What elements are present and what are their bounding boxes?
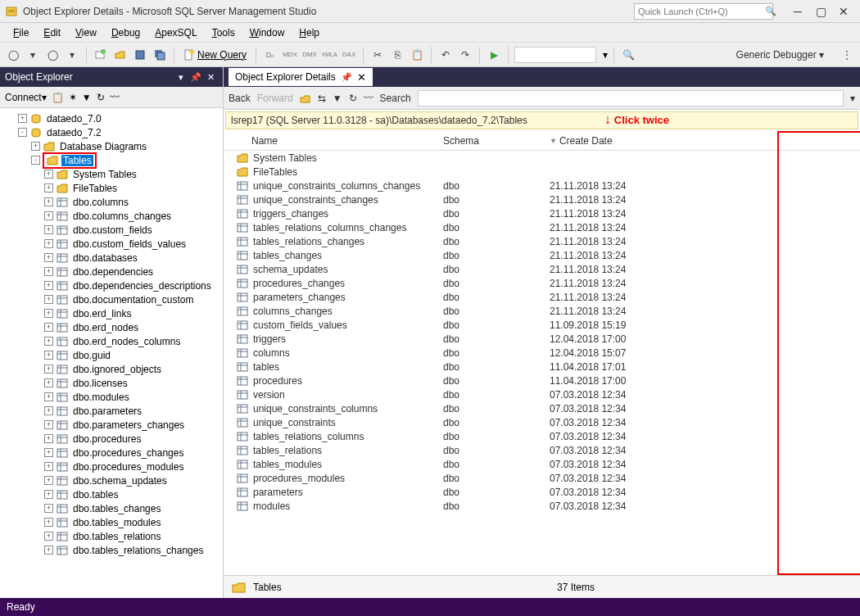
expand-icon[interactable]: + [44, 448, 53, 457]
menu-tools[interactable]: Tools [206, 25, 242, 40]
oe-activity-icon[interactable]: 〰 [110, 92, 120, 103]
maximize-button[interactable]: ▢ [809, 3, 832, 20]
new-project-icon[interactable] [93, 47, 109, 63]
save-icon[interactable] [132, 47, 148, 63]
search-dropdown-icon[interactable]: ▾ [850, 93, 855, 104]
find-icon[interactable]: 🔍 [620, 47, 636, 63]
menu-apexsql[interactable]: ApexSQL [148, 25, 203, 40]
tree-node[interactable]: +dbo.custom_fields [0, 223, 223, 237]
tree-node[interactable]: -dataedo_7.2 [0, 125, 223, 139]
menu-edit[interactable]: Edit [37, 25, 67, 40]
expand-icon[interactable]: + [44, 323, 53, 332]
col-create-date[interactable]: ▼Create Date [543, 131, 650, 150]
tab-close-icon[interactable]: ✕ [357, 71, 366, 84]
oe-btn-2[interactable]: ✶ [69, 92, 77, 103]
tree-node[interactable]: +dbo.parameters [0, 404, 223, 418]
tree-node[interactable]: +dbo.ignored_objects [0, 362, 223, 376]
tree-node[interactable]: +dbo.dependencies [0, 265, 223, 279]
tree-node[interactable]: +dbo.guid [0, 348, 223, 362]
tree-node[interactable]: +dbo.procedures [0, 432, 223, 446]
expand-icon[interactable]: + [44, 183, 53, 192]
generic-debugger-dropdown[interactable]: Generic Debugger ▾ [733, 49, 835, 61]
tab-pin-icon[interactable]: 📌 [341, 72, 352, 83]
tree-node[interactable]: +dbo.columns_changes [0, 209, 223, 223]
tree-node[interactable]: +FileTables [0, 181, 223, 195]
expand-icon[interactable]: + [44, 351, 53, 360]
col-name[interactable]: Name [224, 131, 437, 150]
expand-icon[interactable]: + [44, 406, 53, 415]
expand-icon[interactable]: + [44, 392, 53, 401]
expand-icon[interactable]: + [44, 197, 53, 206]
expand-icon[interactable]: + [44, 295, 53, 304]
mdx-icon[interactable]: MDX [282, 47, 298, 63]
forward-button[interactable]: Forward [257, 93, 293, 104]
expand-icon[interactable]: + [44, 462, 53, 471]
tree-node[interactable]: +System Tables [0, 167, 223, 181]
oe-btn-1[interactable]: 📋 [52, 92, 64, 103]
activity-icon[interactable]: 〰 [364, 93, 373, 104]
nav-fwd-button[interactable]: ◯ [44, 47, 61, 63]
tree-node[interactable]: +dataedo_7.0 [0, 111, 223, 125]
search-icon[interactable]: 🔍 [765, 6, 776, 16]
expand-icon[interactable]: + [44, 211, 53, 220]
tree-node[interactable]: +dbo.documentation_custom [0, 292, 223, 306]
open-icon[interactable] [112, 47, 129, 63]
tree-node[interactable]: +dbo.columns [0, 195, 223, 209]
menu-file[interactable]: File [7, 25, 35, 40]
tree-node[interactable]: +dbo.erd_links [0, 306, 223, 320]
tree-node[interactable]: +dbo.procedures_changes [0, 446, 223, 460]
expand-icon[interactable]: + [44, 309, 53, 318]
object-explorer-tree[interactable]: +dataedo_7.0-dataedo_7.2+Database Diagra… [0, 108, 223, 598]
tree-node[interactable]: +dbo.erd_nodes_columns [0, 334, 223, 348]
toolbar-options-icon[interactable]: ⋮ [839, 47, 855, 63]
solution-dropdown[interactable] [514, 47, 596, 63]
expand-icon[interactable]: - [18, 128, 27, 137]
tree-node[interactable]: +dbo.tables_relations_changes [0, 543, 223, 557]
tree-node[interactable]: +dbo.licenses [0, 376, 223, 390]
search-input[interactable] [418, 90, 844, 106]
tree-node[interactable]: +dbo.tables_modules [0, 515, 223, 529]
oe-refresh-icon[interactable]: ↻ [97, 92, 105, 103]
expand-icon[interactable]: + [44, 434, 53, 443]
cut-icon[interactable]: ✂ [369, 47, 386, 63]
expand-icon[interactable]: + [44, 337, 53, 346]
nav-fwd-dd[interactable]: ▾ [64, 47, 80, 63]
expand-icon[interactable]: + [44, 239, 53, 248]
menu-window[interactable]: Window [243, 25, 292, 40]
paste-icon[interactable]: 📋 [409, 47, 425, 63]
up-icon[interactable] [300, 93, 311, 104]
nav-back-button[interactable]: ◯ [5, 47, 21, 63]
tree-node[interactable]: +dbo.modules [0, 390, 223, 404]
tab-object-explorer-details[interactable]: Object Explorer Details 📌 ✕ [229, 68, 373, 86]
tree-node[interactable]: +dbo.custom_fields_values [0, 237, 223, 251]
connect-button[interactable]: Connect ▾ [5, 92, 47, 103]
expand-icon[interactable]: + [31, 142, 40, 151]
expand-icon[interactable]: + [44, 267, 53, 276]
xmla-icon[interactable]: XMLA [321, 47, 337, 63]
tree-node[interactable]: +dbo.tables [0, 487, 223, 501]
dmx-icon[interactable]: DMX [301, 47, 318, 63]
refresh-icon[interactable]: ↻ [349, 93, 357, 104]
back-button[interactable]: Back [229, 93, 251, 104]
table-row[interactable]: modulesdbo07.03.2018 12:34 [224, 499, 860, 513]
tree-node[interactable]: +Database Diagrams [0, 139, 223, 153]
expand-icon[interactable]: + [44, 281, 53, 290]
tree-node[interactable]: +dbo.dependencies_descriptions [0, 279, 223, 292]
minimize-button[interactable]: ─ [786, 3, 809, 20]
pane-close-icon[interactable]: ✕ [203, 72, 218, 83]
tree-node[interactable]: +dbo.schema_updates [0, 473, 223, 487]
dax-icon[interactable]: DAX [341, 47, 357, 63]
copy-icon[interactable]: ⎘ [389, 47, 405, 63]
close-button[interactable]: ✕ [832, 3, 855, 20]
expand-icon[interactable]: + [44, 490, 53, 499]
tree-node[interactable]: +dbo.tables_relations [0, 529, 223, 543]
redo-icon[interactable]: ↷ [457, 47, 473, 63]
nav-back-dd[interactable]: ▾ [25, 47, 41, 63]
expand-icon[interactable]: + [44, 518, 53, 527]
tree-node[interactable]: +dbo.parameters_changes [0, 418, 223, 432]
expand-icon[interactable]: + [44, 476, 53, 485]
tree-node[interactable]: +dbo.erd_nodes [0, 320, 223, 334]
details-grid[interactable]: Name Schema ▼Create Date System TablesFi… [224, 131, 860, 575]
expand-icon[interactable]: + [44, 378, 53, 387]
tree-node[interactable]: +dbo.tables_changes [0, 501, 223, 515]
